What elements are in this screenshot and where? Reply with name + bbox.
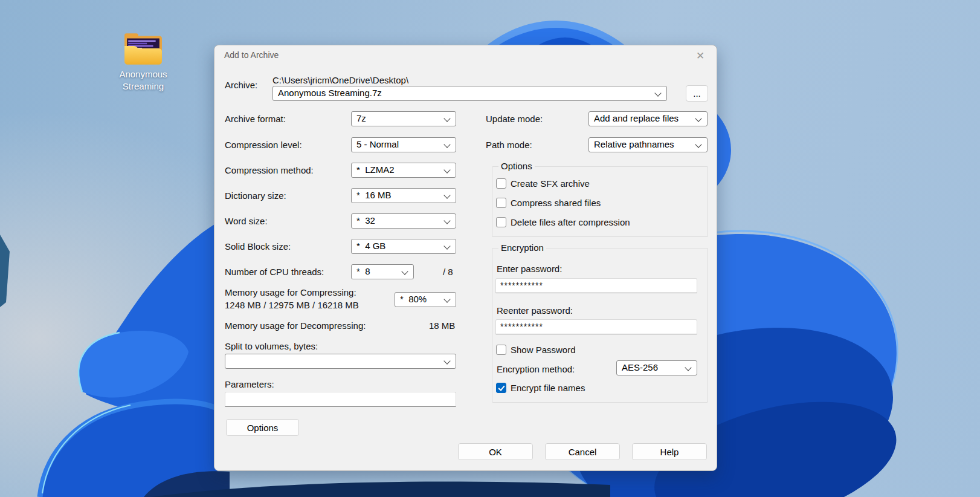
- cpu-threads-label: Number of CPU threads:: [225, 267, 324, 277]
- enter-password-label: Enter password:: [497, 264, 562, 274]
- compression-method-value: * LZMA2: [356, 164, 395, 175]
- compression-method-label: Compression method:: [225, 165, 314, 175]
- checkbox-box[interactable]: [496, 383, 506, 393]
- options-group-title: Options: [498, 161, 535, 171]
- dialog-titlebar[interactable]: Add to Archive ✕: [214, 45, 717, 65]
- encryption-method-label: Encryption method:: [497, 364, 575, 374]
- desktop-icon-label-line1: Anonymous: [107, 68, 179, 80]
- memory-compress-select[interactable]: * 80%: [395, 292, 456, 307]
- dictionary-size-value: * 16 MB: [356, 190, 392, 200]
- checkbox-compress-shared-files[interactable]: Compress shared files: [496, 198, 601, 208]
- checkbox-delete-files-after-compression[interactable]: Delete files after compression: [496, 217, 630, 227]
- compression-method-select[interactable]: * LZMA2: [351, 163, 456, 178]
- checkbox-box[interactable]: [496, 178, 506, 189]
- encryption-method-select[interactable]: AES-256: [616, 360, 697, 375]
- memory-compress-detail: 1248 MB / 12975 MB / 16218 MB: [225, 300, 359, 310]
- compression-level-select[interactable]: 5 - Normal: [351, 137, 456, 152]
- checkbox-label: Show Password: [511, 345, 576, 355]
- solid-block-size-label: Solid Block size:: [225, 241, 291, 252]
- path-mode-value: Relative pathnames: [594, 139, 674, 149]
- update-mode-value: Add and replace files: [594, 113, 679, 123]
- dialog-title: Add to Archive: [224, 50, 279, 60]
- archive-filename-value: Anonymous Streaming.7z: [278, 88, 382, 98]
- parameters-input[interactable]: [225, 392, 456, 407]
- checkbox-show-password[interactable]: Show Password: [496, 345, 576, 355]
- checkbox-label: Delete files after compression: [511, 217, 630, 227]
- archive-format-value: 7z: [356, 113, 366, 123]
- memory-compress-label: Memory usage for Compressing:: [225, 287, 356, 297]
- close-icon[interactable]: ✕: [690, 47, 711, 64]
- archive-format-select[interactable]: 7z: [351, 111, 456, 126]
- archive-path: C:\Users\jricm\OneDrive\Desktop\: [272, 75, 408, 85]
- checkbox-box[interactable]: [496, 198, 506, 208]
- reenter-password-label: Reenter password:: [497, 305, 573, 316]
- compression-level-value: 5 - Normal: [356, 139, 399, 149]
- checkbox-create-sfx-archive[interactable]: Create SFX archive: [496, 178, 590, 189]
- path-mode-select[interactable]: Relative pathnames: [588, 137, 708, 152]
- encryption-method-value: AES-256: [622, 362, 658, 372]
- desktop-icon-anonymous-streaming[interactable]: Anonymous Streaming: [107, 32, 179, 93]
- archive-format-label: Archive format:: [225, 114, 286, 124]
- folder-icon: [123, 32, 163, 65]
- update-mode-label: Update mode:: [486, 114, 543, 124]
- archive-filename-combobox[interactable]: Anonymous Streaming.7z: [272, 86, 667, 101]
- options-button[interactable]: Options: [226, 419, 299, 436]
- checkbox-box[interactable]: [496, 345, 506, 355]
- checkbox-label: Compress shared files: [511, 198, 601, 208]
- memory-decompress-value: 18 MB: [429, 320, 455, 331]
- encryption-group-title: Encryption: [498, 242, 546, 253]
- cpu-threads-value: * 8: [356, 266, 370, 276]
- word-size-value: * 32: [356, 215, 375, 226]
- help-button[interactable]: Help: [632, 443, 707, 460]
- split-volumes-label: Split to volumes, bytes:: [225, 341, 318, 351]
- enter-password-value: ***********: [500, 281, 543, 290]
- enter-password-input[interactable]: ***********: [495, 278, 697, 293]
- dictionary-size-select[interactable]: * 16 MB: [351, 188, 456, 203]
- memory-compress-value: * 80%: [400, 294, 427, 304]
- cpu-threads-select[interactable]: * 8: [351, 264, 414, 279]
- checkbox-label: Create SFX archive: [511, 178, 590, 189]
- checkbox-encrypt-file-names[interactable]: Encrypt file names: [496, 383, 585, 393]
- memory-decompress-label: Memory usage for Decompressing:: [225, 320, 366, 331]
- parameters-label: Parameters:: [225, 379, 274, 389]
- dictionary-size-label: Dictionary size:: [225, 190, 286, 201]
- cpu-threads-max: / 8: [443, 267, 453, 277]
- ok-button[interactable]: OK: [458, 443, 533, 460]
- word-size-select[interactable]: * 32: [351, 213, 456, 229]
- checkbox-label: Encrypt file names: [511, 383, 585, 393]
- solid-block-size-select[interactable]: * 4 GB: [351, 239, 456, 254]
- cancel-button[interactable]: Cancel: [545, 443, 620, 460]
- reenter-password-input[interactable]: ***********: [495, 319, 697, 334]
- solid-block-size-value: * 4 GB: [356, 241, 385, 251]
- browse-button[interactable]: ...: [686, 85, 708, 102]
- desktop-icon-label-line2: Streaming: [107, 80, 179, 93]
- reenter-password-value: ***********: [500, 322, 543, 331]
- add-to-archive-dialog: Add to Archive ✕ Archive: C:\Users\jricm…: [214, 45, 717, 471]
- word-size-label: Word size:: [225, 216, 268, 226]
- update-mode-select[interactable]: Add and replace files: [588, 111, 708, 126]
- checkbox-box[interactable]: [496, 217, 506, 227]
- split-volumes-combobox[interactable]: [225, 354, 456, 369]
- compression-level-label: Compression level:: [225, 140, 302, 150]
- path-mode-label: Path mode:: [486, 140, 532, 150]
- archive-label: Archive:: [225, 80, 257, 90]
